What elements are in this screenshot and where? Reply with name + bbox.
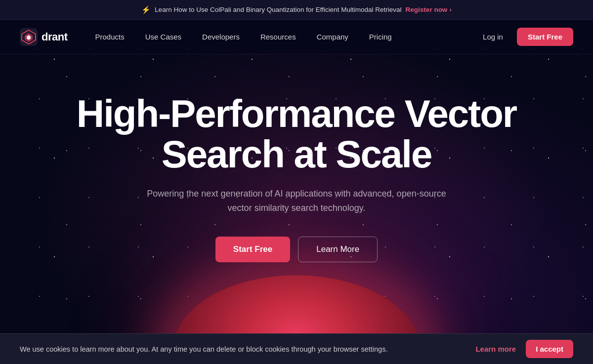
- nav-item-developers[interactable]: Developers: [194, 29, 248, 45]
- cookie-banner: We use cookies to learn more about you. …: [0, 333, 593, 364]
- bolt-icon: ⚡: [141, 5, 151, 14]
- nav-item-company[interactable]: Company: [309, 29, 356, 45]
- nav-item-products[interactable]: Products: [87, 29, 132, 45]
- logo-text: drant: [42, 31, 68, 43]
- hero-start-free-button[interactable]: Start Free: [215, 237, 290, 262]
- logo[interactable]: drant: [20, 28, 68, 46]
- chevron-right-icon: ›: [449, 6, 452, 13]
- hero-subtitle: Powering the next generation of AI appli…: [143, 187, 450, 215]
- nav-item-use-cases[interactable]: Use Cases: [137, 29, 189, 45]
- cookie-text: We use cookies to learn more about you. …: [20, 345, 466, 353]
- cookie-accept-button[interactable]: I accept: [526, 340, 573, 358]
- nav-links: Products Use Cases Developers Resources …: [87, 29, 475, 45]
- nav-item-resources[interactable]: Resources: [253, 29, 304, 45]
- hero-title: High-Performance Vector Search at Scale: [62, 94, 531, 175]
- hero-learn-more-button[interactable]: Learn More: [298, 237, 378, 262]
- announcement-text: Learn How to Use ColPali and Binary Quan…: [155, 6, 402, 13]
- login-button[interactable]: Log in: [475, 29, 511, 45]
- logo-icon: [20, 28, 38, 46]
- announcement-bar: ⚡ Learn How to Use ColPali and Binary Qu…: [0, 0, 593, 20]
- navbar: drant Products Use Cases Developers Reso…: [0, 20, 593, 54]
- nav-start-free-button[interactable]: Start Free: [517, 28, 573, 46]
- cookie-learn-more-link[interactable]: Learn more: [475, 345, 516, 353]
- nav-item-pricing[interactable]: Pricing: [361, 29, 400, 45]
- hero-section: High-Performance Vector Search at Scale …: [0, 54, 593, 262]
- nav-actions: Log in Start Free: [475, 28, 573, 46]
- hero-buttons: Start Free Learn More: [215, 237, 378, 262]
- register-link[interactable]: Register now ›: [406, 6, 452, 13]
